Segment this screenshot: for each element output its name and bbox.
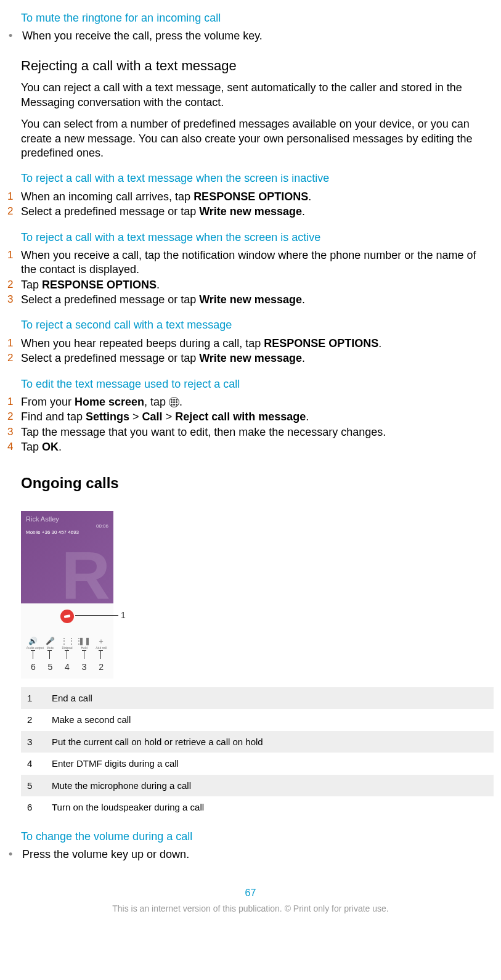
apps-icon	[169, 397, 179, 407]
step-row: 1 When you receive a call, tap the notif…	[7, 248, 494, 277]
heading-reject-second-call: To reject a second call with a text mess…	[21, 318, 494, 332]
bold-text: Write new message	[199, 205, 302, 218]
bold-text: OK	[42, 441, 59, 453]
step-row: 1 When an incoming call arrives, tap RES…	[7, 190, 494, 204]
text: .	[302, 352, 305, 364]
step-text: Select a predefined message or tap Write…	[21, 351, 494, 365]
legend-text: Enter DTMF digits during a call	[52, 757, 487, 770]
text: .	[302, 205, 305, 218]
legend-row: 3 Put the current call on hold or retrie…	[21, 731, 494, 753]
step-text: When you receive a call, tap the notific…	[21, 248, 494, 277]
bold-text: Write new message	[199, 293, 302, 306]
bold-text: Call	[142, 410, 163, 423]
legend-text: Put the current call on hold or retrieve…	[52, 736, 487, 748]
legend-num: 6	[27, 801, 52, 814]
text: From your	[21, 396, 75, 408]
bullet-dot: •	[7, 29, 22, 43]
step-row: 3 Select a predefined message or tap Wri…	[7, 293, 494, 307]
bold-text: Reject call with message	[175, 410, 306, 423]
step-text: Select a predefined message or tap Write…	[21, 205, 494, 219]
callout-n2: 2	[99, 661, 104, 672]
legend-row: 4 Enter DTMF digits during a call	[21, 753, 494, 775]
legend-num: 2	[27, 714, 52, 726]
step-text: Tap RESPONSE OPTIONS.	[21, 278, 494, 292]
step-row: 1 From your Home screen, tap .	[7, 395, 494, 409]
text: Select a predefined message or tap	[21, 352, 199, 364]
legend-num: 1	[27, 692, 52, 704]
bullet-row: • When you receive the call, press the v…	[7, 29, 494, 43]
bullet-dot: •	[7, 847, 22, 862]
step-row: 4 Tap OK.	[7, 440, 494, 454]
bullet-text: Press the volume key up or down.	[22, 847, 494, 862]
step-row: 2 Select a predefined message or tap Wri…	[7, 351, 494, 365]
add-call-icon: ＋Add call	[94, 637, 108, 650]
step-text: Find and tap Settings > Call > Reject ca…	[21, 410, 494, 424]
step-number: 3	[7, 293, 21, 306]
step-number: 2	[7, 351, 21, 365]
callout-n4: 4	[65, 661, 70, 672]
heading-rejecting-call: Rejecting a call with a text message	[21, 57, 494, 75]
step-row: 2 Tap RESPONSE OPTIONS.	[7, 278, 494, 292]
bold-text: Settings	[86, 410, 129, 423]
step-text: Tap the message that you want to edit, t…	[21, 425, 494, 439]
legend-text: End a call	[52, 692, 487, 704]
paragraph: You can select from a number of predefin…	[21, 117, 494, 160]
legend-num: 3	[27, 736, 52, 748]
step-row: 1 When you hear repeated beeps during a …	[7, 337, 494, 351]
step-row: 2 Select a predefined message or tap Wri…	[7, 205, 494, 219]
call-icon-row: 🔊Audio output 🎤Mute ⋮⋮⋮Dialpad ❚❚Hold ＋A…	[21, 637, 113, 650]
heading-change-volume: To change the volume during a call	[21, 830, 494, 844]
step-number: 1	[7, 190, 21, 203]
caller-name: Rick Astley	[26, 515, 108, 523]
heading-edit-message: To edit the text message used to reject …	[21, 377, 494, 391]
callout-numbers: 6 5 4 3 2	[21, 650, 113, 676]
legend-num: 4	[27, 757, 52, 770]
text: .	[378, 337, 381, 349]
legend-row: 6 Turn on the loudspeaker during a call	[21, 796, 494, 819]
step-row: 2 Find and tap Settings > Call > Reject …	[7, 410, 494, 424]
callout-label-1: 1	[121, 610, 126, 621]
bold-text: RESPONSE OPTIONS	[264, 337, 378, 349]
step-number: 2	[7, 278, 21, 292]
bullet-text: When you receive the call, press the vol…	[22, 29, 494, 43]
text: .	[306, 410, 309, 423]
text: >	[163, 410, 176, 423]
hold-icon: ❚❚Hold	[78, 637, 91, 650]
heading-ongoing-calls: Ongoing calls	[21, 473, 494, 492]
step-text: Select a predefined message or tap Write…	[21, 293, 494, 307]
text: >	[129, 410, 142, 423]
callout-n3: 3	[82, 661, 87, 672]
step-text: From your Home screen, tap .	[21, 395, 494, 409]
text: When an incoming call arrives, tap	[21, 190, 193, 203]
text: .	[59, 441, 62, 453]
step-text: When an incoming call arrives, tap RESPO…	[21, 190, 494, 204]
text: .	[308, 190, 311, 203]
legend-row: 1 End a call	[21, 687, 494, 709]
step-row: 3 Tap the message that you want to edit,…	[7, 425, 494, 439]
phone-screenshot: Rick Astley Mobile +36 30 457 4693 00:06…	[21, 511, 132, 679]
phone-call-header: Rick Astley Mobile +36 30 457 4693 00:06…	[21, 511, 113, 603]
step-text: Tap OK.	[21, 440, 494, 454]
bold-text: Home screen	[75, 396, 144, 408]
text: , tap	[144, 396, 169, 408]
bold-text: Write new message	[199, 352, 302, 364]
legend-text: Turn on the loudspeaker during a call	[52, 801, 487, 814]
callout-n6: 6	[31, 661, 36, 672]
bullet-row: • Press the volume key up or down.	[7, 847, 494, 862]
call-duration: 00:06	[96, 523, 108, 529]
text: When you hear repeated beeps during a ca…	[21, 337, 264, 349]
heading-mute-ringtone: To mute the ringtone for an incoming cal…	[21, 11, 494, 25]
dialpad-icon: ⋮⋮⋮Dialpad	[60, 637, 74, 650]
callout-n5: 5	[47, 661, 52, 672]
heading-reject-active: To reject a call with a text message whe…	[21, 231, 494, 245]
text: Find and tap	[21, 410, 86, 423]
end-call-button	[60, 610, 74, 623]
text: .	[302, 293, 305, 306]
text: Select a predefined message or tap	[21, 205, 199, 218]
legend-row: 2 Make a second call	[21, 709, 494, 731]
step-number: 1	[7, 248, 21, 262]
step-number: 1	[7, 337, 21, 350]
step-number: 2	[7, 205, 21, 218]
legend-text: Mute the microphone during a call	[52, 780, 487, 792]
paragraph: You can reject a call with a text messag…	[21, 81, 494, 110]
